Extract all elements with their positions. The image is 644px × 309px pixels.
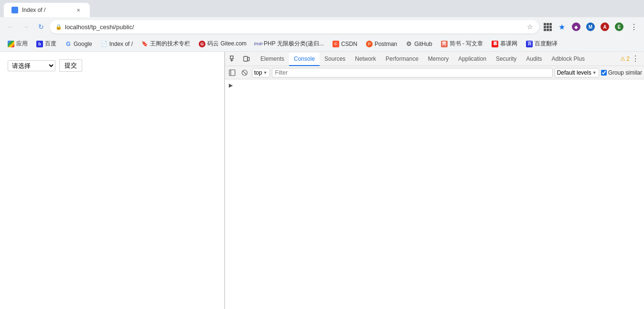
devtools-tabs: Elements Console Sources Network Perform… bbox=[254, 52, 619, 66]
tab-security[interactable]: Security bbox=[491, 53, 521, 66]
bookmarks-bar: 应用 b 百度 G Google 📄 Index of / 🔖 王阁的技术专栏 … bbox=[0, 36, 644, 52]
bookmark-apps-label: 应用 bbox=[16, 40, 28, 48]
svg-rect-5 bbox=[229, 70, 235, 76]
tab-performance[interactable]: Performance bbox=[381, 53, 423, 66]
browser-window: Index of / ✕ ← → ↻ 🔒 localhost/tp_ceshi/… bbox=[0, 0, 644, 309]
bookmark-csdn[interactable]: C CSDN bbox=[329, 38, 361, 50]
tab-adblock-plus[interactable]: Adblock Plus bbox=[547, 53, 590, 66]
bookmark-postman-label: Postman bbox=[375, 41, 397, 47]
console-toolbar: top ▼ Default levels ▼ Group similar bbox=[225, 66, 644, 79]
more-menu-button[interactable]: ⋮ bbox=[627, 20, 640, 33]
devtools-more-button[interactable]: ⋮ bbox=[632, 54, 639, 63]
github-icon: ⚙ bbox=[406, 41, 412, 47]
console-filter-input[interactable] bbox=[272, 68, 553, 77]
bookmark-baidu-translate-label: 百度翻译 bbox=[535, 40, 558, 48]
bookmark-index-label: Index of / bbox=[109, 41, 133, 47]
ext-a-button[interactable]: A bbox=[598, 20, 612, 33]
device-toggle-button[interactable] bbox=[240, 53, 253, 65]
bookmark-baidu-translate[interactable]: 百 百度翻译 bbox=[522, 38, 561, 50]
page-content: 请选择 提交 bbox=[0, 52, 225, 309]
address-bar[interactable]: 🔒 localhost/tp_ceshi/public/ ☆ bbox=[50, 20, 539, 33]
baidu-icon: b bbox=[36, 41, 43, 47]
levels-chevron-icon: ▼ bbox=[592, 70, 597, 75]
extension-buttons: ★ ◆ M A E ⋮ bbox=[541, 20, 640, 33]
tab-audits[interactable]: Audits bbox=[521, 53, 547, 66]
doc-icon: 📄 bbox=[101, 41, 107, 47]
bookmark-gitee-label: 码云 Gitee.com bbox=[207, 40, 247, 48]
tab-sources[interactable]: Sources bbox=[320, 53, 350, 66]
devtools-tab-end: ⚠ 2 ⋮ bbox=[620, 54, 642, 63]
bookmark-php[interactable]: PHP PHP 无限极分类(递归... bbox=[251, 38, 328, 50]
console-context-selector[interactable]: top ▼ bbox=[252, 68, 270, 77]
lock-icon: 🔒 bbox=[55, 24, 62, 30]
bookmark-jianshu[interactable]: 简 简书 - 写文章 bbox=[437, 38, 487, 50]
gitee-icon: G bbox=[199, 41, 205, 47]
baidu-translate-icon: 百 bbox=[526, 41, 533, 47]
ext-a-icon: A bbox=[601, 22, 609, 31]
bookmark-wang-tech-label: 王阁的技术专栏 bbox=[150, 40, 190, 48]
bookmark-postman[interactable]: P Postman bbox=[362, 38, 401, 50]
warning-count: 2 bbox=[626, 55, 630, 62]
ext-purple-button[interactable]: ◆ bbox=[569, 20, 583, 33]
page-form: 请选择 提交 bbox=[8, 59, 216, 72]
bookmark-baidu[interactable]: b 百度 bbox=[32, 38, 60, 50]
svg-rect-4 bbox=[247, 57, 249, 61]
bookmark-mooc[interactable]: 慕 慕课网 bbox=[488, 38, 521, 50]
tab-application[interactable]: Application bbox=[453, 53, 491, 66]
console-expand-arrow[interactable]: ▶ bbox=[229, 82, 233, 88]
apps-bookmark-icon bbox=[8, 41, 14, 47]
bookmark-star-icon[interactable]: ☆ bbox=[527, 23, 533, 31]
main-area: 请选择 提交 bbox=[0, 52, 644, 309]
warning-icon: ⚠ bbox=[620, 55, 625, 62]
reload-button[interactable]: ↻ bbox=[34, 20, 48, 33]
bookmark-index[interactable]: 📄 Index of / bbox=[97, 38, 137, 50]
postman-icon: P bbox=[366, 41, 373, 47]
chevron-down-icon: ▼ bbox=[263, 70, 268, 75]
bookmark-csdn-label: CSDN bbox=[341, 41, 357, 47]
bookmark-google-label: Google bbox=[74, 41, 92, 47]
console-group-similar[interactable]: Group similar bbox=[601, 69, 642, 76]
bookmark-apps[interactable]: 应用 bbox=[4, 38, 32, 50]
google-icon: G bbox=[65, 41, 72, 47]
ext-e-button[interactable]: E bbox=[612, 20, 626, 33]
console-sidebar-button[interactable] bbox=[227, 67, 237, 78]
browser-tab[interactable]: Index of / ✕ bbox=[4, 3, 90, 17]
bookmark-mooc-label: 慕课网 bbox=[500, 40, 517, 48]
console-levels-selector[interactable]: Default levels ▼ bbox=[555, 68, 599, 77]
tab-network[interactable]: Network bbox=[350, 53, 381, 66]
bookmark-baidu-label: 百度 bbox=[45, 40, 56, 48]
tab-memory[interactable]: Memory bbox=[423, 53, 453, 66]
forward-button[interactable]: → bbox=[19, 20, 32, 33]
apps-icon-button[interactable] bbox=[541, 20, 554, 33]
devtools-warning-badge[interactable]: ⚠ 2 bbox=[620, 55, 630, 62]
ext-m-button[interactable]: M bbox=[584, 20, 597, 33]
bookmark-google[interactable]: G Google bbox=[61, 38, 96, 50]
bookmark-github-label: GitHub bbox=[414, 41, 432, 47]
sidebar-icon bbox=[229, 69, 236, 76]
tab-console[interactable]: Console bbox=[289, 53, 320, 66]
console-context-value: top bbox=[254, 69, 262, 76]
tab-elements[interactable]: Elements bbox=[256, 53, 289, 66]
jianshu-icon: 简 bbox=[441, 41, 448, 47]
svg-rect-0 bbox=[230, 56, 233, 59]
grid-icon bbox=[544, 23, 552, 31]
tab-close-button[interactable]: ✕ bbox=[75, 6, 82, 14]
svg-line-8 bbox=[243, 71, 247, 74]
bookmark-github[interactable]: ⚙ GitHub bbox=[402, 38, 436, 50]
group-similar-checkbox[interactable] bbox=[601, 70, 607, 76]
back-button[interactable]: ← bbox=[4, 20, 17, 33]
bookmark-wang-tech[interactable]: 🔖 王阁的技术专栏 bbox=[138, 38, 194, 50]
ext-e-icon: E bbox=[615, 22, 623, 31]
wang-tech-icon: 🔖 bbox=[141, 41, 148, 47]
page-submit-button[interactable]: 提交 bbox=[59, 59, 82, 72]
page-select[interactable]: 请选择 bbox=[8, 60, 55, 71]
bookmark-gitee[interactable]: G 码云 Gitee.com bbox=[195, 38, 250, 50]
console-clear-button[interactable] bbox=[239, 67, 250, 78]
device-icon bbox=[243, 55, 250, 62]
bookmark-php-label: PHP 无限极分类(递归... bbox=[264, 40, 324, 48]
clear-icon bbox=[241, 69, 248, 76]
inspect-element-button[interactable] bbox=[227, 53, 239, 65]
console-content: ▶ bbox=[225, 79, 644, 309]
console-arrow-row[interactable]: ▶ bbox=[225, 81, 644, 89]
ext-star-button[interactable]: ★ bbox=[555, 20, 569, 33]
